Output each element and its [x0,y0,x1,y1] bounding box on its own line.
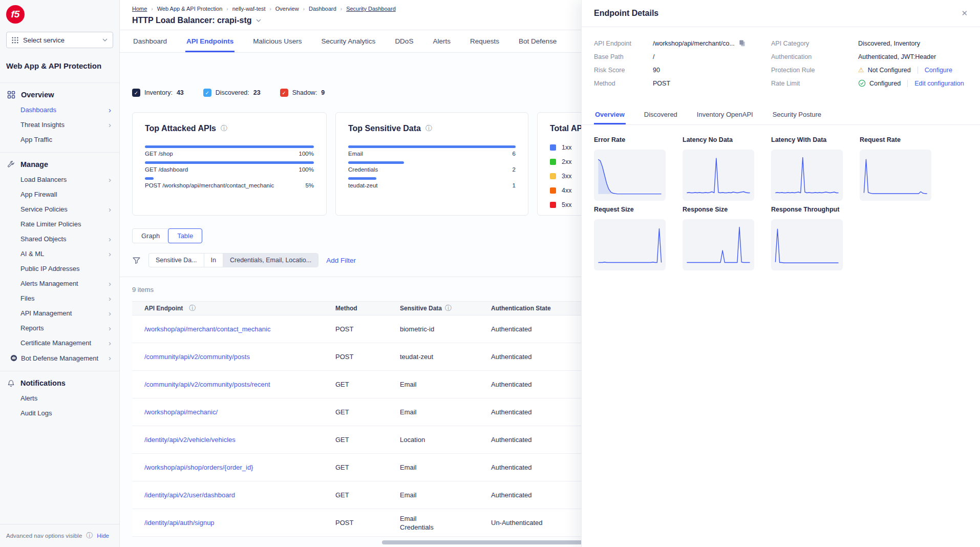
sidebar-item-reports[interactable]: Reports› [0,321,119,335]
breadcrumb-dashboard[interactable]: Dashboard [309,6,336,12]
legend-label: 5xx [562,201,571,208]
sidebar-item-alerts[interactable]: Alerts [0,391,119,406]
hide-nav-link[interactable]: Hide [97,533,109,539]
select-service-dropdown[interactable]: Select service [6,32,113,48]
endpoint-link[interactable]: /identity/api/auth/signup [144,519,215,527]
sidebar: f5 Select service Web App & API Protecti… [0,0,120,547]
tab-requests[interactable]: Requests [469,30,500,52]
breadcrumb-web-app-api-protection[interactable]: Web App & API Protection [157,6,223,12]
sidebar-item-rate-limiter-policies[interactable]: Rate Limiter Policies [0,217,119,232]
bar-value: 1 [513,182,516,188]
endpoint-link[interactable]: /community/api/v2/community/posts/recent [144,381,270,388]
sidebar-item-alerts-management[interactable]: Alerts Management› [0,276,119,291]
warning-icon: ⚠ [858,66,864,74]
endpoint-link[interactable]: /community/api/v2/community/posts [144,353,250,361]
detail-label: Rate Limit [771,80,858,87]
sensitive-data-cell: biometric-id [400,325,491,333]
sidebar-item-bot-defense-management[interactable]: Bot Defense Management› [0,350,119,366]
advanced-nav-label: Advanced nav options visible [6,533,82,539]
chevron-down-icon[interactable] [256,19,261,22]
info-icon[interactable]: ⓘ [445,304,452,312]
filter-funnel-icon[interactable] [132,256,141,265]
filter-checkbox-inventory[interactable]: ✓Inventory:43 [132,89,184,97]
tab-ddos[interactable]: DDoS [394,30,414,52]
endpoint-link[interactable]: /workshop/api/mechanic/ [144,408,218,416]
sidebar-item-api-management[interactable]: API Management› [0,306,119,321]
sidebar-item-certificate-management[interactable]: Certificate Management› [0,335,119,350]
add-filter-button[interactable]: Add Filter [326,257,356,264]
sidebar-item-app-traffic[interactable]: App Traffic [0,132,119,147]
top-attacked-apis-card: Top Attacked APIsⓘ GET /shop100%GET /das… [132,112,327,216]
view-toggle-table[interactable]: Table [168,228,202,243]
filter-operator[interactable]: In [204,254,223,267]
sidebar-item-load-balancers[interactable]: Load Balancers› [0,172,119,187]
sidebar-item-app-firewall[interactable]: App Firewall [0,187,119,202]
breadcrumb-overview[interactable]: Overview [275,6,299,12]
edit-configuration-link[interactable]: Edit configuration [914,80,964,87]
sidebar-item-dashboards[interactable]: Dashboards› [0,102,119,117]
attacked-apis-bars: GET /shop100%GET /dashboard100%POST /wor… [145,145,314,188]
breadcrumb-nelly-waf-test[interactable]: nelly-waf-test [232,6,266,12]
app-grid-icon [12,37,18,44]
sidebar-item-files[interactable]: Files› [0,291,119,306]
filter-field[interactable]: Sensitive Da... [149,254,204,267]
endpoint-link[interactable]: /workshop/api/shop/orders/{order_id} [144,464,253,471]
sidebar-item-ai-ml[interactable]: AI & ML› [0,246,119,261]
sensitive-data-value: Email [400,463,491,472]
nav-header-overview[interactable]: Overview [0,87,119,102]
info-icon[interactable]: ⓘ [189,304,196,313]
nav-header-manage[interactable]: Manage [0,157,119,172]
panel-tab-overview[interactable]: Overview [594,106,626,124]
close-icon[interactable]: ✕ [961,9,968,18]
sidebar-item-label: App Traffic [20,136,52,143]
bar-label-row: GET /dashboard100% [145,166,314,173]
sidebar-item-shared-objects[interactable]: Shared Objects› [0,232,119,246]
bar-label: teudat-zeut [348,182,378,188]
copy-icon[interactable] [738,39,746,47]
sidebar-item-threat-insights[interactable]: Threat Insights› [0,117,119,132]
endpoint-link[interactable]: /identity/api/v2/user/dashboard [144,491,235,499]
sensitive-data-cell: Email [400,463,491,472]
filter-checkbox-shadow[interactable]: ✓Shadow:9 [280,89,325,97]
detail-value: POST [653,80,670,87]
nav-section-overview: OverviewDashboards›Threat Insights›App T… [0,83,119,152]
tab-api-endpoints[interactable]: API Endpoints [185,30,235,52]
panel-tab-inventory-openapi[interactable]: Inventory OpenAPI [696,106,754,124]
detail-value-text: Not Configured [868,67,911,74]
endpoint-link[interactable]: /workshop/api/merchant/contact_mechanic [144,325,270,333]
panel-tab-discovered[interactable]: Discovered [643,106,678,124]
info-icon[interactable]: ⓘ [86,531,93,540]
sensitive-data-cell: Email [400,408,491,416]
info-icon[interactable]: ⓘ [221,124,227,133]
bar-label-row: Email6 [348,151,516,157]
breadcrumb-security-dashboard[interactable]: Security Dashboard [346,6,396,12]
tab-security-analytics[interactable]: Security Analytics [321,30,377,52]
bar-value: 2 [513,166,516,173]
sidebar-item-public-ip-addresses[interactable]: Public IP Addresses [0,261,119,276]
tab-alerts[interactable]: Alerts [432,30,452,52]
tab-dashboard[interactable]: Dashboard [132,30,168,52]
nav-header-notifications[interactable]: Notifications [0,375,119,391]
sidebar-item-service-policies[interactable]: Service Policies› [0,202,119,217]
select-service-label: Select service [23,36,65,44]
detail-label: API Category [771,40,858,47]
breadcrumb-separator: › [226,6,228,12]
detail-row-protection-rule: Protection Rule⚠Not ConfiguredConfigure [771,66,968,74]
endpoint-link[interactable]: /identity/api/v2/vehicle/vehicles [144,436,236,444]
sidebar-item-label: Load Balancers [20,176,67,183]
panel-tab-security-posture[interactable]: Security Posture [772,106,822,124]
breadcrumb-home[interactable]: Home [132,6,147,12]
sidebar-item-audit-logs[interactable]: Audit Logs [0,406,119,420]
configure-link[interactable]: Configure [925,67,952,74]
info-icon[interactable]: ⓘ [425,124,432,133]
filter-values-chip[interactable]: Credentials, Email, Locatio... [223,254,318,267]
tab-bot-defense[interactable]: Bot Defense [518,30,558,52]
method-cell: GET [335,464,400,471]
bar-label: Credentials [348,166,378,173]
filter-checkbox-discovered[interactable]: ✓Discovered:23 [203,89,261,97]
view-toggle-graph[interactable]: Graph [132,228,169,243]
tab-malicious-users[interactable]: Malicious Users [252,30,303,52]
detail-row-authentication: AuthenticationAuthenticated, JWT:Header [771,53,968,60]
details-column-right: API CategoryDiscovered, InventoryAuthent… [771,39,968,93]
sensitive-data-value: Email [400,408,491,416]
